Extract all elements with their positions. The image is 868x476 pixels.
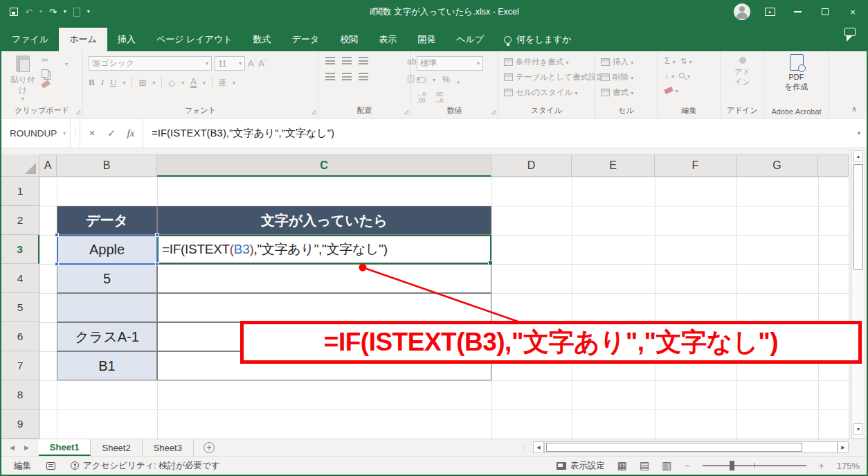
account-button[interactable] <box>728 1 756 22</box>
row-header-9[interactable]: 9 <box>1 409 39 439</box>
row-header-4[interactable]: 4 <box>1 264 39 293</box>
zoom-level[interactable]: 175% <box>837 461 860 471</box>
name-box[interactable]: ROUNDUP ▾ <box>1 118 71 148</box>
col-header-b[interactable]: B <box>57 155 157 177</box>
cell-c3-formula[interactable]: =IF(ISTEXT(B3),"文字あり","文字なし") <box>157 235 491 264</box>
increase-decimal-icon[interactable]: ←0.00 <box>417 91 426 105</box>
insert-function-button[interactable]: fx <box>122 127 140 139</box>
borders-icon[interactable]: ⊞ <box>138 78 146 88</box>
cell-b7[interactable]: B1 <box>57 351 157 380</box>
cell-c4[interactable] <box>157 264 491 293</box>
page-break-view-icon[interactable]: ▥ <box>662 459 671 472</box>
insert-cells-button[interactable]: 挿入 ▾ <box>601 57 633 67</box>
paste-dropdown-icon[interactable]: ▾ <box>7 96 39 102</box>
cell-b6[interactable]: クラスA-1 <box>57 322 157 351</box>
scroll-right-icon[interactable]: ▶ <box>838 441 849 453</box>
create-pdf-button[interactable]: PDFを作成 <box>764 73 829 92</box>
tab-home[interactable]: ホーム <box>59 28 107 51</box>
tell-me-box[interactable]: 何をしますか <box>494 28 581 51</box>
vertical-scroll-thumb[interactable] <box>853 164 863 270</box>
format-cells-button[interactable]: 書式 ▾ <box>601 87 633 98</box>
align-center-icon[interactable] <box>342 73 352 80</box>
copy-icon[interactable] <box>42 69 48 78</box>
format-painter-icon[interactable] <box>41 80 51 89</box>
bold-button[interactable]: B <box>89 77 95 88</box>
row-header-1[interactable]: 1 <box>1 177 39 206</box>
addins-button[interactable]: アドイン <box>721 68 763 87</box>
horizontal-scroll-track[interactable] <box>544 441 838 453</box>
number-dialog-launcher-icon[interactable]: ◿ <box>491 109 496 115</box>
tab-data[interactable]: データ <box>282 28 330 51</box>
zoom-out-icon[interactable]: − <box>684 460 689 471</box>
font-dialog-launcher-icon[interactable]: ◿ <box>311 109 316 115</box>
zoom-in-icon[interactable]: + <box>819 460 824 471</box>
fill-down-icon[interactable]: ↓ <box>664 70 669 80</box>
fill-color-icon[interactable]: ◇ <box>168 78 175 88</box>
underline-dropdown-icon[interactable]: ▾ <box>123 80 125 86</box>
redo-dropdown-icon[interactable]: ▾ <box>64 9 66 15</box>
autosum-icon[interactable]: Σ <box>664 55 670 66</box>
fill-color-dropdown-icon[interactable]: ▾ <box>181 80 184 86</box>
col-header-h-partial[interactable] <box>818 155 849 177</box>
col-header-g[interactable]: G <box>736 155 818 177</box>
customize-qat-icon[interactable]: ▾ <box>87 9 90 15</box>
col-header-f[interactable]: F <box>655 155 736 177</box>
tab-help[interactable]: ヘルプ <box>446 28 494 51</box>
page-layout-view-icon[interactable]: ▤ <box>640 459 649 472</box>
align-middle-icon[interactable] <box>342 57 352 64</box>
delete-cells-button[interactable]: 削除 ▾ <box>601 72 633 82</box>
row-header-5[interactable]: 5 <box>1 293 39 322</box>
align-left-icon[interactable] <box>325 73 335 80</box>
display-settings-button[interactable]: 表示設定 <box>557 460 605 472</box>
grow-font-icon[interactable]: Aˆ <box>248 58 255 69</box>
col-header-e[interactable]: E <box>572 155 655 177</box>
maximize-button[interactable] <box>811 1 839 22</box>
shrink-font-icon[interactable]: Aˇ <box>258 58 266 69</box>
decrease-decimal-icon[interactable]: .00→0 <box>434 91 443 105</box>
format-as-table-button[interactable]: テーブルとして書式設定 <box>504 72 604 82</box>
furigana-dropdown-icon[interactable]: ▾ <box>233 80 235 86</box>
col-header-d[interactable]: D <box>491 155 572 177</box>
font-color-icon[interactable]: A <box>190 77 197 88</box>
col-header-a[interactable]: A <box>39 155 57 177</box>
tab-file[interactable]: ファイル <box>1 28 59 51</box>
name-box-dropdown-icon[interactable]: ▾ <box>63 130 66 136</box>
minimize-button[interactable] <box>784 1 811 22</box>
cell-styles-button[interactable]: セルのスタイル ▾ <box>504 87 604 98</box>
cancel-button[interactable]: × <box>83 127 101 139</box>
cell-c2[interactable]: 文字が入っていたら <box>157 206 491 235</box>
zoom-slider-thumb[interactable] <box>730 461 734 470</box>
vertical-scrollbar[interactable]: ▲ ▼ <box>851 149 864 438</box>
select-all-corner[interactable] <box>1 155 39 177</box>
ribbon-display-options-button[interactable]: ▴ <box>756 1 784 22</box>
paste-button[interactable]: 貼り付け ▾ <box>7 55 39 102</box>
cell-b5[interactable] <box>57 293 157 322</box>
formula-input[interactable]: =IF(ISTEXT(B3),"文字あり","文字なし") <box>143 118 851 148</box>
expand-formula-bar-icon[interactable]: ▾ <box>851 118 867 148</box>
find-select-icon[interactable] <box>679 73 685 78</box>
font-color-dropdown-icon[interactable]: ▾ <box>203 80 206 86</box>
redo-icon[interactable]: ↷ <box>49 8 57 17</box>
comments-icon[interactable] <box>844 28 856 36</box>
currency-dropdown-icon[interactable]: ▾ <box>433 77 435 83</box>
undo-dropdown-icon[interactable]: ▾ <box>39 9 42 15</box>
sheet-tab-sheet1[interactable]: Sheet1 <box>39 439 91 456</box>
cell-c5[interactable] <box>157 293 491 322</box>
align-right-icon[interactable] <box>359 73 368 80</box>
tab-page-layout[interactable]: ページ レイアウト <box>146 28 243 51</box>
next-sheet-icon[interactable]: ▶ <box>24 444 29 451</box>
scroll-left-icon[interactable]: ◀ <box>533 441 544 453</box>
undo-icon[interactable]: ↶ <box>25 8 33 17</box>
scroll-up-icon[interactable]: ▲ <box>853 150 863 162</box>
tab-insert[interactable]: 挿入 <box>107 28 146 51</box>
sheet-tab-sheet2[interactable]: Sheet2 <box>91 439 142 456</box>
macro-record-icon[interactable] <box>46 462 55 470</box>
horizontal-scroll-thumb[interactable] <box>546 443 802 452</box>
col-header-c[interactable]: C <box>157 155 491 177</box>
cut-icon[interactable]: ✂ <box>42 55 50 65</box>
new-sheet-button[interactable]: + <box>204 442 215 453</box>
borders-dropdown-icon[interactable]: ▾ <box>152 80 155 86</box>
font-name-select[interactable]: 游ゴシック ▾ <box>89 56 212 71</box>
underline-button[interactable]: U <box>110 77 116 88</box>
collapse-ribbon-icon[interactable]: ∧ <box>851 105 857 114</box>
